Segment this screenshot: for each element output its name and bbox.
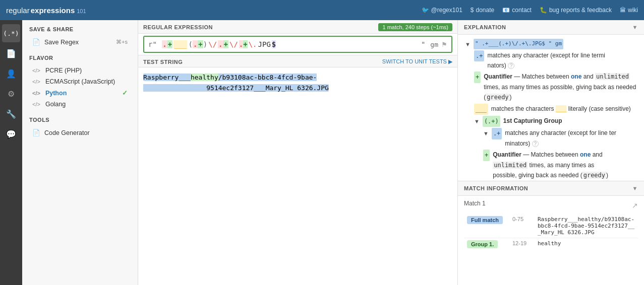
exp-text-group: 1st Capturing Group	[503, 116, 562, 126]
test-string-area[interactable]: Raspberry___healthy/b93108ac-bbc8-4fcd-9…	[138, 67, 457, 285]
regex-flags: gm	[430, 41, 438, 48]
exp-row-dot: .+ matches any character (except for lin…	[474, 50, 639, 71]
exp-token-root: " .+___(.+)\/.+\.JPG$ " gm	[474, 39, 563, 49]
help-icon-1[interactable]: ?	[508, 62, 514, 69]
exp-toggle-dot2[interactable]: ▼	[483, 129, 489, 138]
logo-expressions: expressions	[31, 6, 75, 15]
sidebar-comment-icon[interactable]: 💬	[2, 125, 20, 143]
regex-header: REGULAR EXPRESSION 1 match, 240 steps (~…	[138, 20, 457, 34]
match-info-section: MATCH INFORMATION ▼ Match 1 ↗ Full match…	[458, 181, 644, 254]
user-icon: 👤	[6, 69, 16, 79]
regex-token-dot3: \/	[229, 40, 238, 48]
wiki-icon: 🏛	[620, 7, 626, 14]
flavor-python-label: Python	[45, 90, 67, 97]
tools-title: TOOLS	[29, 117, 131, 123]
sidebar-tool-icon[interactable]: 🔧	[2, 105, 20, 123]
match-title-row: Match 1 ↗	[464, 200, 638, 211]
match-title: Match 1	[464, 200, 486, 207]
flags-icon[interactable]: ⚑	[441, 41, 447, 48]
code-generator-label: Code Generator	[44, 129, 90, 136]
exp-text-dot2: matches any character (except for line t…	[505, 128, 616, 149]
flavor-golang[interactable]: </> Golang	[29, 99, 131, 110]
exp-token-group: (.+)	[483, 116, 500, 127]
explanation-collapse-btn[interactable]: ▼	[632, 24, 638, 30]
flavor-python[interactable]: </> Python ✓	[29, 87, 131, 99]
match-info-label: MATCH INFORMATION	[464, 185, 528, 191]
export-icon[interactable]: ↗	[632, 201, 638, 209]
document-icon: 📄	[6, 49, 16, 58]
match-table: Full match 0-75 Raspberry___healthy/b931…	[464, 214, 638, 250]
bug-reports-link[interactable]: 🐛 bug reports & feedback	[540, 7, 612, 14]
match-info-content: Match 1 ↗ Full match 0-75 Raspberry___he…	[458, 196, 644, 254]
exp-indent-1: .+ matches any character (except for lin…	[465, 50, 639, 181]
contact-label: contact	[512, 7, 532, 14]
wiki-link[interactable]: 🏛 wiki	[620, 7, 638, 14]
group1-value: healthy	[535, 238, 638, 251]
regex-suffix: "	[421, 40, 425, 48]
save-share-title: SAVE & SHARE	[29, 26, 131, 32]
group-highlight: healthy	[191, 74, 218, 81]
twitter-link[interactable]: 🐦 @regex101	[422, 7, 462, 14]
help-icon-2[interactable]: ?	[532, 140, 539, 147]
full-match-value: Raspberry___healthy/b93108ac-bbc8-4fcd-9…	[535, 214, 638, 238]
match-row-full: Full match 0-75 Raspberry___healthy/b931…	[464, 214, 638, 238]
switch-unit-tests-btn[interactable]: SWITCH TO UNIT TESTS ▶	[382, 58, 452, 65]
sidebar-document-icon[interactable]: 📄	[2, 44, 20, 62]
code-generator-item[interactable]: 📄 Code Generator	[29, 127, 131, 138]
bug-icon: 🐛	[540, 7, 547, 14]
twitter-icon: 🐦	[422, 7, 429, 14]
exp-row-plus: + Quantifier — Matches between one and u…	[474, 72, 639, 102]
flavor-ecmascript[interactable]: </> ECMAScript (JavaScript)	[29, 76, 131, 87]
flavor-pcre[interactable]: </> PCRE (PHP)	[29, 65, 131, 76]
match-badge: 1 match, 240 steps (~1ms)	[378, 23, 452, 31]
match-highlight: Raspberry___healthy/b93108ac-bbc8-4fcd-9…	[143, 74, 329, 92]
flavor-pcre-label: PCRE (PHP)	[45, 67, 82, 74]
exp-text-plus: Quantifier — Matches between one and unl…	[484, 72, 639, 102]
left-panel: SAVE & SHARE 📄 Save Regex ⌘+s FLAVOR </>…	[22, 20, 138, 285]
flavor-python-tag: </>	[32, 90, 40, 96]
exp-token-plus2: +	[483, 150, 490, 161]
settings-icon: ⚙	[8, 89, 15, 99]
regex-token-jpg: JPG	[258, 40, 271, 48]
exp-token-plus: +	[474, 72, 481, 83]
sidebar-regex-icon[interactable]: (.*)	[2, 24, 20, 42]
explanation-label: EXPLANATION	[464, 24, 506, 30]
regex-token-dot1: .+	[162, 40, 172, 48]
logo-101: 101	[77, 8, 86, 14]
regex-input-container[interactable]: r" .+ ___ (.+) \/ .+ \/ .+ \. JPG $ " gm…	[143, 36, 452, 53]
donate-link[interactable]: $ donate	[471, 7, 494, 14]
test-string-content: Raspberry___healthy/b93108ac-bbc8-4fcd-9…	[143, 74, 329, 92]
exp-row-plus2: + Quantifier — Matches between one and u…	[483, 150, 639, 180]
save-icon: 📄	[32, 38, 40, 46]
sidebar-user-icon[interactable]: 👤	[2, 64, 20, 83]
exp-row-group: ▼ (.+) 1st Capturing Group	[474, 116, 639, 127]
wiki-label: wiki	[628, 7, 638, 14]
contact-link[interactable]: 📧 contact	[502, 7, 532, 14]
topnav-links: 🐦 @regex101 $ donate 📧 contact 🐛 bug rep…	[422, 7, 638, 14]
regex-token-dot2: .+	[218, 40, 228, 48]
exp-text-underscore: matches the characters ___ literally (ca…	[491, 104, 631, 114]
exp-token-dot2: .+	[492, 128, 502, 139]
explanation-header: EXPLANATION ▼	[458, 20, 644, 35]
match-info-header: MATCH INFORMATION ▼	[458, 181, 644, 196]
icon-sidebar: (.*) 📄 👤 ⚙ 🔧 💬	[0, 20, 22, 285]
flavor-ecmascript-label: ECMAScript (JavaScript)	[45, 78, 115, 85]
flavor-golang-label: Golang	[45, 101, 66, 108]
flavor-golang-tag: </>	[32, 101, 40, 107]
regex-token-dollar: $	[272, 40, 276, 48]
save-regex-menu-item[interactable]: 📄 Save Regex ⌘+s	[29, 36, 131, 48]
exp-token-dot: .+	[474, 50, 484, 61]
center-panel: REGULAR EXPRESSION 1 match, 240 steps (~…	[138, 20, 457, 285]
flavor-pcre-tag: </>	[32, 67, 40, 74]
flavor-ecmascript-tag: </>	[32, 79, 40, 85]
contact-icon: 📧	[502, 7, 510, 14]
code-icon: 📄	[32, 129, 40, 136]
bug-reports-label: bug reports & feedback	[549, 7, 612, 14]
save-regex-label: Save Regex	[44, 39, 79, 46]
sidebar-settings-icon[interactable]: ⚙	[2, 85, 20, 103]
regex-prefix: r"	[148, 40, 161, 48]
match-info-collapse-btn[interactable]: ▼	[632, 185, 638, 191]
exp-row-root: ▼ " .+___(.+)\/.+\.JPG$ " gm	[465, 39, 639, 49]
exp-toggle-root[interactable]: ▼	[465, 40, 471, 49]
exp-toggle-group[interactable]: ▼	[474, 117, 480, 126]
